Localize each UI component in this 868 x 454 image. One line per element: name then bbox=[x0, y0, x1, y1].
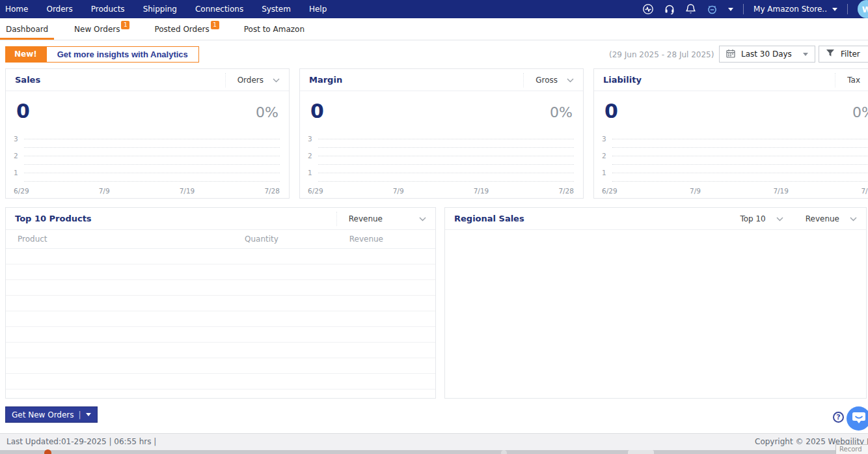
regional-top-selector[interactable]: Top 10 bbox=[740, 214, 783, 223]
footer-bar: Last Updated:01-29-2025 | 06:55 hrs | Co… bbox=[0, 433, 868, 450]
y-axis-tick: 1 bbox=[14, 169, 18, 177]
column-revenue: Revenue bbox=[317, 234, 435, 244]
y-axis-tick: 3 bbox=[602, 135, 606, 143]
gridline bbox=[612, 156, 868, 156]
top-nav-right: My Amazon Store.. W bbox=[642, 0, 868, 18]
alarm-caret-down-icon[interactable] bbox=[728, 8, 733, 11]
new-badge: New! bbox=[5, 46, 46, 63]
help-icon[interactable]: ? bbox=[833, 412, 844, 423]
filter-button-label: Filter bbox=[841, 50, 860, 59]
top-products-header: Top 10 Products Revenue bbox=[6, 208, 435, 230]
selector-label: Top 10 bbox=[740, 214, 765, 223]
margin-value-row: 0 0% bbox=[300, 91, 583, 121]
top-products-metric-selector[interactable]: Revenue bbox=[336, 212, 426, 226]
column-quantity: Quantity bbox=[206, 234, 317, 244]
nav-item-connections[interactable]: Connections bbox=[186, 0, 252, 18]
headset-icon[interactable] bbox=[664, 3, 675, 15]
calendar-icon bbox=[726, 49, 735, 60]
get-new-orders-button[interactable]: Get New Orders | bbox=[5, 406, 98, 423]
y-axis-tick: 1 bbox=[602, 169, 606, 177]
tab-new-orders[interactable]: New Orders 1 bbox=[68, 18, 134, 40]
liability-metric-card: Liability Tax 0 0% 3 2 1 6/29 7/9 7/19 7… bbox=[593, 68, 868, 199]
gridline bbox=[24, 147, 280, 148]
nav-item-help[interactable]: Help bbox=[300, 0, 336, 18]
store-selector-label: My Amazon Store.. bbox=[753, 5, 827, 14]
date-range-label: (29 Jun 2025 - 28 Jul 2025) bbox=[609, 50, 714, 59]
tab-posted-orders[interactable]: Posted Orders 1 bbox=[148, 18, 223, 40]
sales-value: 0 bbox=[16, 102, 30, 121]
gridline bbox=[318, 181, 574, 182]
store-selector[interactable]: My Amazon Store.. bbox=[753, 5, 837, 14]
selector-label: Revenue bbox=[806, 214, 839, 223]
taskbar-app-icon[interactable] bbox=[44, 449, 51, 454]
gridline bbox=[612, 173, 868, 173]
gridline bbox=[24, 156, 280, 156]
gridline bbox=[318, 173, 574, 173]
regional-sales-selectors: Top 10 Revenue bbox=[740, 214, 857, 223]
x-axis-tick: 7/28 bbox=[558, 187, 574, 195]
tab-post-to-amazon[interactable]: Post to Amazon bbox=[238, 18, 310, 40]
nav-item-shipping[interactable]: Shipping bbox=[134, 0, 186, 18]
table-row bbox=[6, 264, 435, 280]
table-row bbox=[6, 374, 435, 390]
record-tooltip: Record bbox=[835, 444, 868, 454]
taskbar-strip bbox=[0, 450, 868, 454]
filter-funnel-icon bbox=[826, 49, 835, 59]
period-selector-dropdown[interactable]: Last 30 Days bbox=[719, 46, 815, 63]
liability-value-row: 0 0% bbox=[594, 91, 868, 121]
period-selector-label: Last 30 Days bbox=[741, 50, 792, 59]
table-row bbox=[6, 296, 435, 311]
y-axis-tick: 3 bbox=[14, 135, 18, 143]
x-axis-tick: 6/29 bbox=[14, 187, 29, 195]
table-row bbox=[6, 249, 435, 264]
user-avatar[interactable]: W bbox=[858, 0, 868, 18]
nav-divider bbox=[743, 4, 744, 14]
last-updated-label: Last Updated:01-29-2025 | 06:55 hrs | bbox=[7, 437, 156, 446]
x-axis-tick: 7/9 bbox=[690, 187, 701, 195]
activity-icon[interactable] bbox=[642, 3, 654, 15]
filter-button[interactable]: Filter bbox=[819, 46, 868, 63]
margin-x-axis: 6/29 7/9 7/19 7/28 bbox=[308, 187, 574, 195]
liability-metric-selector[interactable]: Tax bbox=[835, 73, 868, 87]
margin-card-header: Margin Gross bbox=[300, 69, 583, 91]
regional-sales-card: Regional Sales Top 10 Revenue bbox=[444, 207, 867, 399]
selector-label: Revenue bbox=[349, 214, 383, 223]
products-table-header: Product Quantity Revenue bbox=[6, 230, 435, 249]
top-products-card: Top 10 Products Revenue Product Quantity… bbox=[5, 207, 436, 399]
selector-label: Tax bbox=[847, 76, 860, 85]
liability-percent: 0% bbox=[852, 104, 868, 121]
regional-sales-header: Regional Sales Top 10 Revenue bbox=[445, 208, 866, 230]
gridline bbox=[24, 181, 280, 182]
taskbar-faint-icon bbox=[501, 450, 507, 454]
sales-metric-selector[interactable]: Orders bbox=[225, 73, 280, 87]
y-axis-tick: 2 bbox=[14, 152, 18, 160]
margin-card-title: Margin bbox=[309, 75, 342, 85]
nav-item-system[interactable]: System bbox=[252, 0, 300, 18]
y-axis-tick: 2 bbox=[308, 152, 312, 160]
nav-item-orders[interactable]: Orders bbox=[37, 0, 81, 18]
gridline bbox=[318, 147, 574, 148]
regional-sales-title: Regional Sales bbox=[454, 214, 524, 223]
tab-dashboard[interactable]: Dashboard bbox=[0, 18, 54, 40]
top-products-title: Top 10 Products bbox=[15, 214, 92, 223]
table-row bbox=[6, 358, 435, 374]
get-new-orders-label: Get New Orders bbox=[12, 410, 74, 419]
gridline bbox=[24, 139, 280, 139]
chat-widget-button[interactable] bbox=[847, 406, 868, 431]
margin-percent: 0% bbox=[550, 104, 573, 121]
notifications-bell-icon[interactable] bbox=[685, 3, 696, 15]
nav-item-home[interactable]: Home bbox=[0, 0, 37, 18]
sales-chart: 3 2 1 bbox=[14, 134, 280, 185]
gridline bbox=[612, 147, 868, 148]
snooze-alarm-icon[interactable] bbox=[706, 3, 718, 15]
analytics-insights-button[interactable]: Get more insights with Analytics bbox=[46, 46, 199, 63]
button-divider: | bbox=[79, 410, 81, 419]
margin-metric-selector[interactable]: Gross bbox=[523, 73, 574, 87]
liability-card-header: Liability Tax bbox=[594, 69, 868, 91]
x-axis-tick: 7/9 bbox=[393, 187, 404, 195]
sales-value-row: 0 0% bbox=[6, 91, 289, 121]
nav-item-products[interactable]: Products bbox=[82, 0, 134, 18]
period-caret-down-icon bbox=[803, 53, 808, 56]
y-axis-tick: 1 bbox=[308, 169, 312, 177]
regional-metric-selector[interactable]: Revenue bbox=[806, 214, 857, 223]
